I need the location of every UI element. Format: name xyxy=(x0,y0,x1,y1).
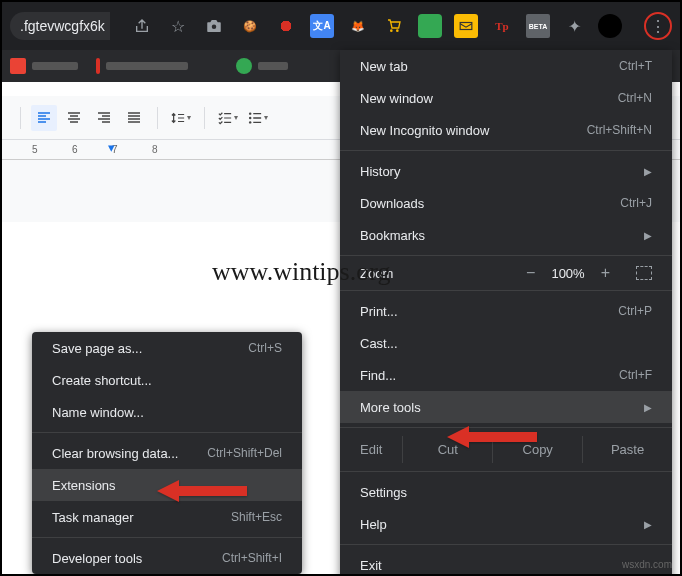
developer-tools-item[interactable]: Developer toolsCtrl+Shift+I xyxy=(32,542,302,574)
zoom-value: 100% xyxy=(551,266,584,281)
ruler-tick: 5 xyxy=(32,144,72,155)
ruler-indent-marker[interactable]: ▾ xyxy=(108,140,115,155)
svg-rect-1 xyxy=(460,23,472,30)
svg-marker-6 xyxy=(447,426,537,448)
chrome-menu-button[interactable]: ⋮ xyxy=(644,12,672,40)
zoom-label: Zoom xyxy=(360,266,393,281)
ruler-tick: 6 xyxy=(72,144,112,155)
align-left-button[interactable] xyxy=(31,105,57,131)
task-manager-item[interactable]: Task managerShift+Esc xyxy=(32,501,302,533)
camera-icon[interactable] xyxy=(202,14,226,38)
extension-cart-icon[interactable] xyxy=(382,14,406,38)
address-bar[interactable]: .fgtevwcgfx6k xyxy=(10,12,110,40)
annotation-arrow xyxy=(447,424,537,450)
help-item[interactable]: Help▶ xyxy=(340,508,672,540)
align-justify-button[interactable] xyxy=(121,105,147,131)
profile-avatar[interactable] xyxy=(598,14,622,38)
star-icon[interactable]: ☆ xyxy=(166,14,190,38)
svg-point-2 xyxy=(249,112,251,114)
new-window-item[interactable]: New windowCtrl+N xyxy=(340,82,672,114)
submenu-arrow-icon: ▶ xyxy=(644,402,652,413)
svg-point-4 xyxy=(249,121,251,123)
menu-separator xyxy=(340,290,672,291)
menu-separator xyxy=(32,432,302,433)
name-window-item[interactable]: Name window... xyxy=(32,396,302,428)
menu-separator xyxy=(340,255,672,256)
tab-item[interactable] xyxy=(96,58,188,74)
history-item[interactable]: History▶ xyxy=(340,155,672,187)
menu-separator xyxy=(340,544,672,545)
cast-item[interactable]: Cast... xyxy=(340,327,672,359)
save-page-item[interactable]: Save page as...Ctrl+S xyxy=(32,332,302,364)
extension-mail-icon[interactable] xyxy=(454,14,478,38)
clear-browsing-data-item[interactable]: Clear browsing data...Ctrl+Shift+Del xyxy=(32,437,302,469)
ruler-tick: 7 xyxy=(112,144,152,155)
svg-marker-5 xyxy=(157,480,247,502)
chrome-main-menu: New tabCtrl+T New windowCtrl+N New Incog… xyxy=(340,50,672,576)
extension-fox-icon[interactable]: 🦊 xyxy=(346,14,370,38)
record-icon[interactable]: ⏺ xyxy=(274,14,298,38)
menu-separator xyxy=(340,150,672,151)
browser-top-bar: .fgtevwcgfx6k ☆ 🍪 ⏺ 文A 🦊 Tp BETA ✦ ⋮ xyxy=(2,2,680,50)
edit-label: Edit xyxy=(340,436,402,463)
toolbar-icons: ☆ 🍪 ⏺ 文A 🦊 Tp BETA ✦ xyxy=(130,14,622,38)
fullscreen-icon[interactable] xyxy=(636,266,652,280)
line-spacing-button[interactable] xyxy=(168,105,194,131)
paste-button[interactable]: Paste xyxy=(582,436,672,463)
more-tools-submenu: Save page as...Ctrl+S Create shortcut...… xyxy=(32,332,302,574)
extension-green-icon[interactable] xyxy=(418,14,442,38)
extension-beta-icon[interactable]: BETA xyxy=(526,14,550,38)
create-shortcut-item[interactable]: Create shortcut... xyxy=(32,364,302,396)
svg-point-0 xyxy=(212,25,217,30)
svg-point-3 xyxy=(249,116,251,118)
submenu-arrow-icon: ▶ xyxy=(644,519,652,530)
align-center-button[interactable] xyxy=(61,105,87,131)
zoom-out-button[interactable]: − xyxy=(526,264,535,282)
more-tools-item[interactable]: More tools▶ xyxy=(340,391,672,423)
settings-item[interactable]: Settings xyxy=(340,476,672,508)
new-tab-item[interactable]: New tabCtrl+T xyxy=(340,50,672,82)
new-incognito-item[interactable]: New Incognito windowCtrl+Shift+N xyxy=(340,114,672,146)
credit-text: wsxdn.com xyxy=(622,559,672,570)
submenu-arrow-icon: ▶ xyxy=(644,166,652,177)
checklist-button[interactable] xyxy=(215,105,241,131)
extension-tp-icon[interactable]: Tp xyxy=(490,14,514,38)
submenu-arrow-icon: ▶ xyxy=(644,230,652,241)
menu-separator xyxy=(32,537,302,538)
downloads-item[interactable]: DownloadsCtrl+J xyxy=(340,187,672,219)
ruler-tick: 8 xyxy=(152,144,192,155)
extension-translate-icon[interactable]: 文A xyxy=(310,14,334,38)
share-icon[interactable] xyxy=(130,14,154,38)
bookmarks-item[interactable]: Bookmarks▶ xyxy=(340,219,672,251)
find-item[interactable]: Find...Ctrl+F xyxy=(340,359,672,391)
extension-cookie-icon[interactable]: 🍪 xyxy=(238,14,262,38)
zoom-in-button[interactable]: + xyxy=(601,264,610,282)
menu-separator xyxy=(340,471,672,472)
tab-item[interactable] xyxy=(236,58,288,74)
puzzle-icon[interactable]: ✦ xyxy=(562,14,586,38)
zoom-row: Zoom − 100% + xyxy=(340,260,672,286)
align-right-button[interactable] xyxy=(91,105,117,131)
annotation-arrow xyxy=(157,478,247,504)
tab-item[interactable] xyxy=(10,58,78,74)
bullet-list-button[interactable] xyxy=(245,105,271,131)
print-item[interactable]: Print...Ctrl+P xyxy=(340,295,672,327)
